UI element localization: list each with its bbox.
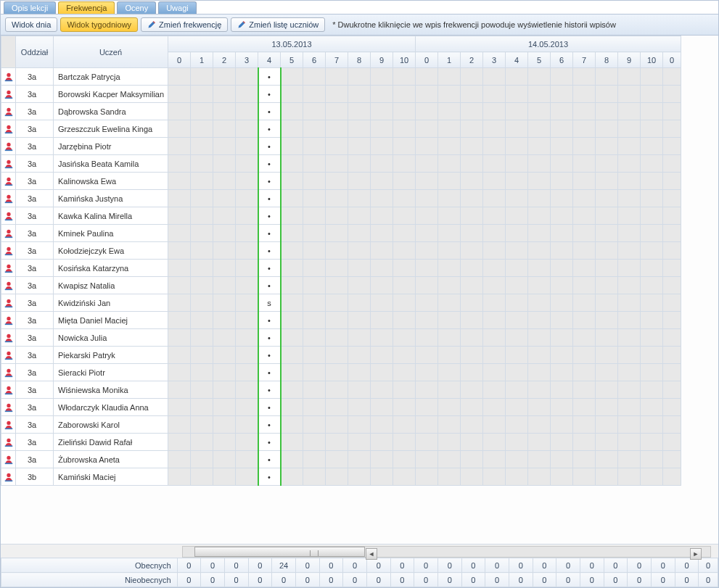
attendance-cell[interactable] <box>506 173 528 190</box>
attendance-cell[interactable] <box>573 103 596 120</box>
attendance-cell[interactable] <box>506 468 528 486</box>
attendance-cell[interactable] <box>438 294 461 312</box>
attendance-cell[interactable] <box>618 399 641 416</box>
attendance-cell[interactable] <box>663 190 681 207</box>
period-header[interactable]: 10 <box>641 52 663 68</box>
attendance-cell[interactable] <box>551 347 573 364</box>
attendance-cell[interactable] <box>168 138 191 155</box>
attendance-cell[interactable]: • <box>258 242 281 260</box>
attendance-cell[interactable] <box>506 364 528 381</box>
attendance-cell[interactable] <box>663 86 681 103</box>
attendance-cell[interactable] <box>596 381 618 399</box>
attendance-cell[interactable] <box>236 468 258 486</box>
student-row[interactable]: 3bKamiński Maciej• <box>1 468 681 486</box>
attendance-cell[interactable] <box>528 225 551 242</box>
period-header[interactable]: 6 <box>551 52 573 68</box>
period-header[interactable]: 9 <box>371 52 393 68</box>
attendance-cell[interactable] <box>393 468 416 486</box>
attendance-cell[interactable] <box>506 451 528 468</box>
attendance-cell[interactable]: • <box>258 207 281 225</box>
col-uczen[interactable]: Uczeń <box>54 36 168 68</box>
attendance-cell[interactable] <box>168 68 191 86</box>
attendance-cell[interactable] <box>551 451 573 468</box>
attendance-cell[interactable] <box>573 260 596 277</box>
attendance-cell[interactable] <box>573 434 596 451</box>
attendance-cell[interactable] <box>236 155 258 173</box>
attendance-cell[interactable] <box>438 399 461 416</box>
period-header[interactable]: 6 <box>303 52 326 68</box>
widok-dnia-button[interactable]: Widok dnia <box>5 17 57 32</box>
attendance-cell[interactable] <box>371 173 393 190</box>
attendance-cell[interactable] <box>168 103 191 120</box>
attendance-cell[interactable] <box>506 207 528 225</box>
attendance-cell[interactable] <box>528 190 551 207</box>
attendance-cell[interactable] <box>168 294 191 312</box>
attendance-cell[interactable] <box>213 329 236 347</box>
attendance-cell[interactable] <box>281 103 303 120</box>
attendance-cell[interactable]: • <box>258 260 281 277</box>
scroll-thumb[interactable] <box>194 547 365 557</box>
attendance-cell[interactable] <box>528 86 551 103</box>
attendance-cell[interactable] <box>506 312 528 329</box>
attendance-cell[interactable] <box>213 294 236 312</box>
attendance-cell[interactable] <box>438 242 461 260</box>
attendance-cell[interactable] <box>371 364 393 381</box>
attendance-cell[interactable] <box>348 277 371 294</box>
attendance-cell[interactable] <box>506 260 528 277</box>
attendance-cell[interactable] <box>371 451 393 468</box>
attendance-cell[interactable] <box>551 277 573 294</box>
attendance-cell[interactable] <box>618 225 641 242</box>
attendance-cell[interactable] <box>506 381 528 399</box>
student-row[interactable]: 3aBorowski Kacper Maksymilian• <box>1 86 681 103</box>
attendance-cell[interactable] <box>483 173 506 190</box>
attendance-cell[interactable] <box>348 155 371 173</box>
attendance-cell[interactable] <box>573 294 596 312</box>
attendance-cell[interactable] <box>618 294 641 312</box>
attendance-cell[interactable] <box>191 68 213 86</box>
attendance-cell[interactable] <box>596 364 618 381</box>
attendance-cell[interactable]: • <box>258 399 281 416</box>
period-header[interactable]: 2 <box>213 52 236 68</box>
attendance-cell[interactable] <box>371 381 393 399</box>
period-header[interactable]: 10 <box>393 52 416 68</box>
attendance-cell[interactable] <box>506 103 528 120</box>
attendance-cell[interactable] <box>168 155 191 173</box>
attendance-cell[interactable] <box>438 451 461 468</box>
attendance-cell[interactable] <box>393 190 416 207</box>
attendance-cell[interactable] <box>371 86 393 103</box>
attendance-cell[interactable] <box>618 155 641 173</box>
attendance-cell[interactable] <box>573 277 596 294</box>
attendance-cell[interactable] <box>641 138 663 155</box>
attendance-cell[interactable] <box>528 277 551 294</box>
attendance-cell[interactable] <box>551 120 573 138</box>
attendance-cell[interactable] <box>573 347 596 364</box>
day-header[interactable]: 13.05.2013 <box>168 36 416 52</box>
attendance-cell[interactable] <box>416 68 438 86</box>
attendance-cell[interactable] <box>528 242 551 260</box>
attendance-cell[interactable] <box>348 242 371 260</box>
attendance-cell[interactable] <box>281 68 303 86</box>
attendance-cell[interactable] <box>596 416 618 434</box>
attendance-cell[interactable] <box>438 173 461 190</box>
attendance-cell[interactable]: • <box>258 103 281 120</box>
attendance-cell[interactable] <box>236 242 258 260</box>
attendance-cell[interactable] <box>371 294 393 312</box>
student-row[interactable]: 3aJasińska Beata Kamila• <box>1 155 681 173</box>
attendance-cell[interactable] <box>596 242 618 260</box>
attendance-cell[interactable] <box>213 225 236 242</box>
attendance-cell[interactable] <box>326 416 348 434</box>
attendance-cell[interactable] <box>371 242 393 260</box>
attendance-cell[interactable] <box>461 260 483 277</box>
attendance-cell[interactable] <box>326 381 348 399</box>
attendance-cell[interactable] <box>551 225 573 242</box>
attendance-cell[interactable] <box>483 381 506 399</box>
attendance-cell[interactable] <box>236 68 258 86</box>
attendance-cell[interactable] <box>416 312 438 329</box>
attendance-cell[interactable] <box>618 120 641 138</box>
attendance-cell[interactable] <box>371 260 393 277</box>
attendance-cell[interactable]: • <box>258 138 281 155</box>
attendance-cell[interactable] <box>506 347 528 364</box>
attendance-cell[interactable] <box>213 155 236 173</box>
attendance-cell[interactable] <box>551 381 573 399</box>
attendance-cell[interactable] <box>281 277 303 294</box>
